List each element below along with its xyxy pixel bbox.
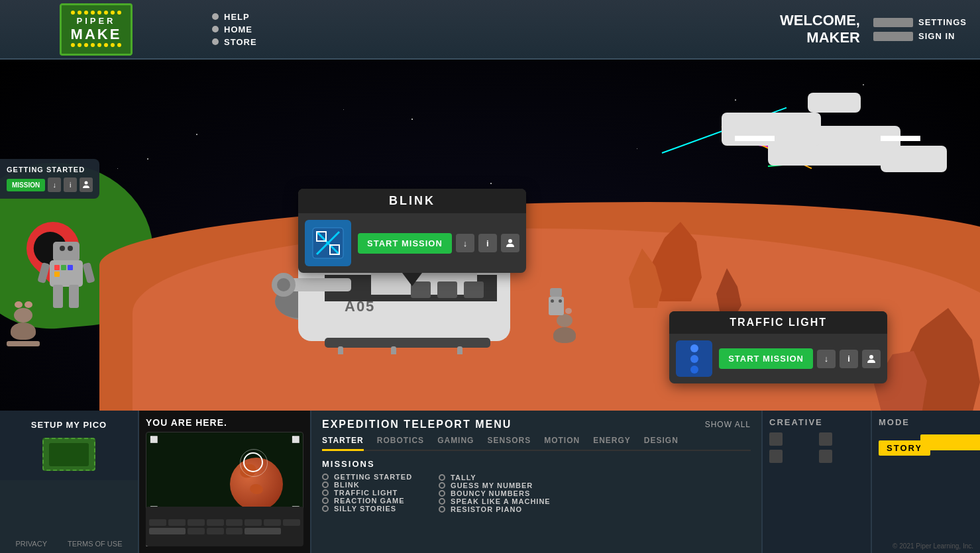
settings-bar-icon [873, 18, 913, 27]
traffic-dot-3 [690, 366, 698, 374]
tab-gaming[interactable]: GAMING [437, 436, 474, 450]
terms-link[interactable]: TERMS OF USE [68, 540, 123, 548]
mission-name-blink: BLINK [334, 481, 360, 489]
mission-item-guess-my-number[interactable]: GUESS MY NUMBER [439, 481, 551, 489]
nav-dot-home [212, 26, 219, 32]
mission-button-gs[interactable]: MISSION [7, 179, 45, 191]
home-link[interactable]: HOME [212, 25, 257, 34]
tab-starter[interactable]: STARTER [322, 436, 364, 451]
help-link[interactable]: HELP [212, 12, 257, 22]
traffic-dots [690, 344, 698, 374]
store-link[interactable]: STORE [212, 37, 257, 47]
person-button-gs[interactable] [80, 177, 93, 192]
info-button-traffic[interactable]: i [840, 350, 858, 368]
expedition-header: EXPEDITION TELEPORT MENU SHOW ALL [322, 419, 751, 430]
traffic-dot-1 [690, 344, 698, 352]
logo-dot [71, 11, 75, 15]
blink-popup-title: BLINK [309, 194, 516, 208]
solar-panel-right [881, 136, 920, 141]
mission-item-tally[interactable]: TALLY [439, 474, 551, 481]
traffic-popup-card: TRAFFIC LIGHT START MISSION ↓ i [669, 311, 887, 383]
logo-dot-bottom [78, 43, 82, 47]
person-button-blink[interactable] [501, 234, 519, 252]
arrow-down-button-blink[interactable]: ↓ [456, 234, 474, 252]
logo-dot-bottom [84, 43, 88, 47]
settings-button[interactable]: SETTINGS [873, 17, 967, 27]
tab-robotics[interactable]: ROBOTICS [377, 436, 424, 450]
welcome-area: WELCOME, MAKER SETTINGS SIGN IN [780, 12, 980, 47]
nav-dot-help [212, 13, 219, 20]
mission-name-reaction-game: REACTION GAME [334, 497, 405, 505]
mission-item-blink[interactable]: BLINK [322, 481, 412, 489]
svg-rect-11 [338, 346, 343, 354]
privacy-link[interactable]: PRIVACY [16, 540, 47, 548]
top-navigation-bar: PIPER MAKE HELP HOME STORE [0, 0, 980, 60]
nav-dot-store [212, 38, 219, 45]
start-mission-button-traffic[interactable]: START MISSION [719, 348, 813, 369]
logo-dot [91, 11, 95, 15]
welcome-line1: WELCOME, [780, 12, 860, 29]
tab-design[interactable]: DESIGN [644, 436, 679, 450]
robot-character [40, 242, 93, 321]
signin-label: SIGN IN [918, 31, 955, 41]
info-button-gs[interactable]: i [64, 177, 77, 192]
mission-item-silly-stories[interactable]: SILLY STORIES [322, 505, 412, 513]
mission-item-bouncy-numbers[interactable]: BOUNCY NUMBERS [439, 489, 551, 497]
tab-motion[interactable]: MOTION [544, 436, 580, 450]
mission-item-reaction-game[interactable]: REACTION GAME [322, 497, 412, 505]
svg-point-24 [869, 355, 873, 359]
mission-name-traffic-light: TRAFFIC LIGHT [334, 489, 398, 497]
signin-bar-icon [873, 32, 913, 41]
copyright-text: © 2021 Piper Learning, Inc. [893, 542, 973, 550]
missions-column-right: TALLY GUESS MY NUMBER BOUNCY NUMBERS SPE… [439, 459, 551, 513]
traffic-popup-title: TRAFFIC LIGHT [680, 317, 877, 328]
creative-label: CREATIVE [769, 417, 864, 427]
setup-pico-panel: SETUP MY PICO [0, 411, 139, 480]
tab-energy[interactable]: ENERGY [593, 436, 631, 450]
mode-column: MODE STORY [872, 411, 980, 553]
start-mission-button-blink[interactable]: START MISSION [358, 233, 452, 254]
logo-dot-bottom [117, 43, 121, 47]
mission-name-resistor-piano: RESISTOR PIANO [451, 505, 522, 513]
missions-column-left: MISSIONS GETTING STARTED BLINK TRAFFIC L… [322, 459, 412, 513]
logo-dot [78, 11, 82, 15]
blink-icon-svg [311, 226, 345, 260]
info-button-blink[interactable]: i [478, 234, 497, 252]
svg-rect-10 [325, 338, 490, 348]
getting-started-actions: MISSION ↓ i [7, 177, 93, 192]
mission-item-resistor-piano[interactable]: RESISTOR PIANO [439, 505, 551, 513]
map-display: ⬜ ⬜ ⬜ ⬜ [146, 432, 303, 518]
mission-dot-traffic-light [322, 489, 329, 496]
expedition-tabs: STARTER ROBOTICS GAMING SENSORS MOTION E… [322, 436, 751, 451]
missions-section: MISSIONS GETTING STARTED BLINK TRAFFIC L… [322, 459, 751, 513]
mission-item-getting-started[interactable]: GETTING STARTED [322, 473, 412, 481]
mission-dot-blink [322, 481, 329, 488]
creative-column: CREATIVE [763, 411, 872, 553]
mission-dot-silly-stories [322, 505, 329, 512]
mission-item-traffic-light[interactable]: TRAFFIC LIGHT [322, 489, 412, 497]
logo-dot [104, 11, 108, 15]
nav-buttons: SETTINGS SIGN IN [873, 17, 967, 41]
mission-dot-speak-like-machine [439, 498, 445, 505]
mission-item-speak-like-machine[interactable]: SPEAK LIKE A MACHINE [439, 497, 551, 505]
traffic-popup-body: START MISSION ↓ i [669, 334, 887, 383]
svg-rect-12 [391, 346, 396, 354]
blink-popup-card: BLINK START MISSION ↓ i [298, 189, 526, 273]
logo-dot [111, 11, 115, 15]
arrow-down-button-gs[interactable]: ↓ [48, 177, 61, 192]
piper-make-logo[interactable]: PIPER MAKE [60, 3, 133, 56]
svg-point-17 [85, 181, 88, 185]
mission-name-tally: TALLY [451, 474, 476, 481]
logo-dot-bottom [91, 43, 95, 47]
station-module-3 [881, 146, 947, 172]
creative-icon-1 [769, 432, 783, 446]
arrow-down-button-traffic[interactable]: ↓ [817, 350, 836, 368]
show-all-link[interactable]: SHOW ALL [705, 420, 751, 429]
creative-icon-4 [819, 450, 832, 463]
tab-sensors[interactable]: SENSORS [487, 436, 531, 450]
signin-button[interactable]: SIGN IN [873, 31, 967, 41]
person-icon-traffic [867, 354, 876, 364]
settings-label: SETTINGS [918, 17, 967, 27]
creative-icon-2 [819, 432, 832, 446]
person-button-traffic[interactable] [862, 350, 881, 368]
